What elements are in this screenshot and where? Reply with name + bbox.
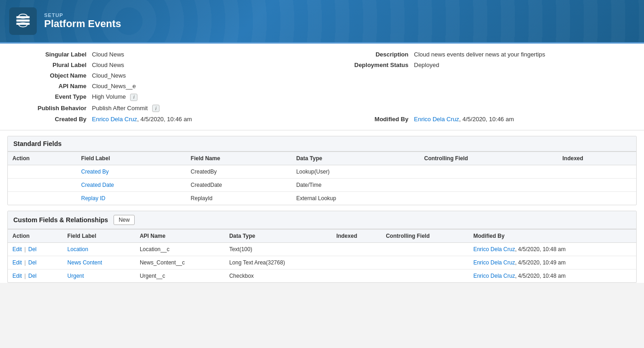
table-row: Created By CreatedBy Lookup(User) <box>8 165 636 179</box>
cf-indexed <box>332 256 382 269</box>
cf-action: Edit | Del <box>8 256 63 269</box>
modified-by-value: Enrico Dela Cruz, 4/5/2020, 10:46 am <box>414 116 644 123</box>
col-cf-api-name: API Name <box>135 230 225 243</box>
action-divider: | <box>24 246 27 253</box>
singular-label-value: Cloud News <box>92 51 322 58</box>
cf-field-label-link[interactable]: News Content <box>68 259 102 266</box>
cf-api-name: Urgent__c <box>135 269 225 283</box>
custom-fields-title: Custom Fields & Relationships <box>13 216 108 224</box>
col-cf-indexed: Indexed <box>332 230 382 243</box>
header-text: SETUP Platform Events <box>44 12 121 30</box>
cf-modified-by-link[interactable]: Enrico Dela Cruz <box>473 246 515 253</box>
created-by-key: Created By <box>0 116 92 123</box>
col-field-label: Field Label <box>77 152 186 165</box>
modified-by-link[interactable]: Enrico Dela Cruz <box>414 116 459 123</box>
app-icon <box>9 7 37 35</box>
custom-fields-table: Action Field Label API Name Data Type In… <box>8 229 636 282</box>
publish-behavior-value: Publish After Commit i <box>92 105 322 112</box>
col-cf-data-type: Data Type <box>225 230 332 243</box>
custom-fields-header-row: Action Field Label API Name Data Type In… <box>8 230 636 243</box>
publish-behavior-info-icon[interactable]: i <box>152 105 160 112</box>
del-link[interactable]: Del <box>28 259 36 266</box>
setup-label: SETUP <box>44 12 121 18</box>
col-field-name: Field Name <box>186 152 292 165</box>
sf-field-label-link[interactable]: Created By <box>81 168 109 175</box>
col-indexed: Indexed <box>558 152 636 165</box>
sf-field-name: CreatedBy <box>186 165 292 179</box>
sf-indexed <box>558 165 636 179</box>
col-cf-controlling-field: Controlling Field <box>381 230 468 243</box>
api-name-value: Cloud_News__e <box>92 83 322 90</box>
event-type-info-icon[interactable]: i <box>130 94 137 101</box>
cf-modified-by: Enrico Dela Cruz, 4/5/2020, 10:48 am <box>469 269 636 283</box>
modified-by-key: Modified By <box>322 116 414 123</box>
sf-data-type: External Lookup <box>291 192 419 205</box>
sf-controlling-field <box>420 179 558 192</box>
object-name-row: Object Name Cloud_News <box>0 70 644 81</box>
api-name-row: API Name Cloud_News__e <box>0 81 644 91</box>
table-row: Created Date CreatedDate Date/Time <box>8 179 636 192</box>
created-by-date: , 4/5/2020, 10:46 am <box>137 116 192 123</box>
created-by-link[interactable]: Enrico Dela Cruz <box>92 116 137 123</box>
detail-section: Singular Label Cloud News Description Cl… <box>0 44 644 130</box>
table-row: Edit | Del News Content News_Content__c … <box>8 256 636 269</box>
cf-data-type: Checkbox <box>225 269 332 283</box>
cf-modified-by-link[interactable]: Enrico Dela Cruz <box>473 259 515 266</box>
sf-field-name: ReplayId <box>186 192 292 205</box>
col-controlling-field: Controlling Field <box>420 152 558 165</box>
event-type-value: High Volume i <box>92 93 322 101</box>
action-divider: | <box>24 273 27 279</box>
cf-action: Edit | Del <box>8 243 63 256</box>
cf-modified-by: Enrico Dela Cruz, 4/5/2020, 10:48 am <box>469 243 636 256</box>
created-by-row: Created By Enrico Dela Cruz, 4/5/2020, 1… <box>0 114 644 124</box>
cf-action: Edit | Del <box>8 269 63 283</box>
content-area: Singular Label Cloud News Description Cl… <box>0 42 644 283</box>
sf-data-type: Date/Time <box>291 179 419 192</box>
sf-field-label[interactable]: Replay ID <box>77 192 186 205</box>
page-title: Platform Events <box>44 18 121 30</box>
cf-modified-by-link[interactable]: Enrico Dela Cruz <box>473 273 515 279</box>
sf-controlling-field <box>420 165 558 179</box>
standard-fields-header: Standard Fields <box>8 136 636 152</box>
del-link[interactable]: Del <box>28 273 36 279</box>
singular-label-row: Singular Label Cloud News Description Cl… <box>0 49 644 60</box>
modified-by-date: , 4/5/2020, 10:46 am <box>459 116 514 123</box>
cf-field-label-link[interactable]: Location <box>68 246 88 253</box>
col-action: Action <box>8 152 77 165</box>
created-by-value: Enrico Dela Cruz, 4/5/2020, 10:46 am <box>92 116 322 123</box>
cf-data-type: Text(100) <box>225 243 332 256</box>
plural-label-value: Cloud News <box>92 62 322 68</box>
sf-field-label-link[interactable]: Replay ID <box>81 195 106 202</box>
cf-controlling-field <box>381 269 468 283</box>
sf-action <box>8 192 77 205</box>
cf-field-label[interactable]: Location <box>63 243 135 256</box>
edit-link[interactable]: Edit <box>12 246 22 253</box>
sf-field-label[interactable]: Created Date <box>77 179 186 192</box>
table-row: Replay ID ReplayId External Lookup <box>8 192 636 205</box>
sf-field-label[interactable]: Created By <box>77 165 186 179</box>
cf-field-label[interactable]: News Content <box>63 256 135 269</box>
standard-fields-section: Standard Fields Action Field Label Field… <box>7 136 637 205</box>
table-row: Edit | Del Location Location__c Text(100… <box>8 243 636 256</box>
cf-data-type: Long Text Area(32768) <box>225 256 332 269</box>
sf-action <box>8 165 77 179</box>
custom-fields-section: Custom Fields & Relationships New Action… <box>7 211 637 283</box>
cf-field-label-link[interactable]: Urgent <box>68 273 84 279</box>
new-button[interactable]: New <box>114 215 135 225</box>
description-value: Cloud news events deliver news at your f… <box>414 51 644 58</box>
sf-indexed <box>558 179 636 192</box>
sf-field-label-link[interactable]: Created Date <box>81 182 114 188</box>
cf-modified-by: Enrico Dela Cruz, 4/5/2020, 10:49 am <box>469 256 636 269</box>
cf-indexed <box>332 269 382 283</box>
cf-field-label[interactable]: Urgent <box>63 269 135 283</box>
edit-link[interactable]: Edit <box>12 273 22 279</box>
standard-fields-header-row: Action Field Label Field Name Data Type … <box>8 152 636 165</box>
col-data-type: Data Type <box>291 152 419 165</box>
object-name-key: Object Name <box>0 72 92 79</box>
custom-fields-header: Custom Fields & Relationships New <box>8 211 636 229</box>
del-link[interactable]: Del <box>28 246 36 253</box>
edit-link[interactable]: Edit <box>12 259 22 266</box>
cf-controlling-field <box>381 256 468 269</box>
sf-field-name: CreatedDate <box>186 179 292 192</box>
cf-api-name: Location__c <box>135 243 225 256</box>
